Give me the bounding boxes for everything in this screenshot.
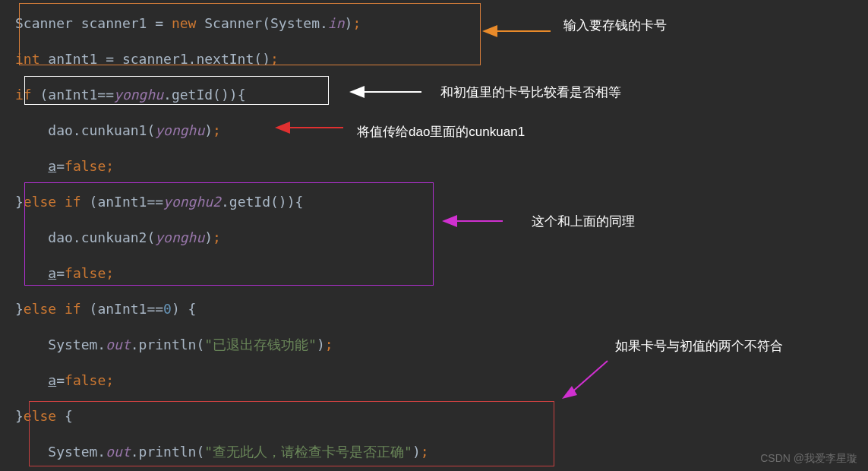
- annotation-text: 输入要存钱的卡号: [563, 15, 667, 36]
- annotation-text: 和初值里的卡号比较看是否相等: [440, 82, 621, 103]
- annotation-text: 这个和上面的同理: [532, 211, 635, 232]
- code-line: a=false;: [15, 256, 853, 292]
- code-editor: Scanner scanner1 = new Scanner(System.in…: [0, 0, 868, 471]
- code-line: Scanner scanner1 = new Scanner(System.in…: [15, 6, 853, 42]
- code-line: }else if (anInt1==yonghu2.getId()){: [15, 185, 853, 220]
- code-line: System.out.println("查无此人，请检查卡号是否正确");: [15, 435, 853, 470]
- annotation-text: 将值传给dao里面的cunkuan1: [357, 122, 525, 142]
- code-line: }else if (anInt1==0) {: [15, 292, 853, 327]
- code-line: }else {: [15, 399, 853, 435]
- code-line: a=false;: [15, 149, 853, 185]
- code-line: int anInt1 = scanner1.nextInt();: [15, 42, 853, 77]
- code-line: dao.cunkuan2(yonghu);: [15, 220, 853, 256]
- watermark: CSDN @我爱李星璇: [760, 450, 857, 466]
- code-line: if (anInt1==yonghu.getId()){: [15, 77, 853, 113]
- annotation-text: 如果卡号与初值的两个不符合: [615, 336, 783, 356]
- code-line: a=false;: [15, 363, 853, 399]
